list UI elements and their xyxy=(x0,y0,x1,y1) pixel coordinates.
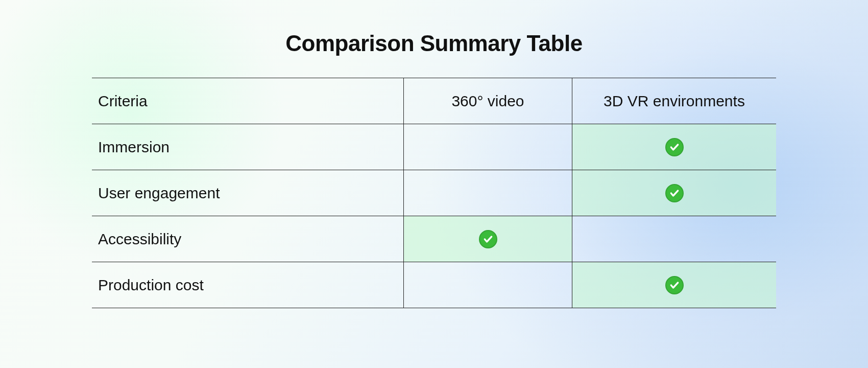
header-col1: 360° video xyxy=(403,78,572,124)
check-icon xyxy=(665,138,684,156)
table-header-row: Criteria 360° video 3D VR environments xyxy=(92,78,776,124)
check-icon xyxy=(665,276,684,294)
table-row: Immersion xyxy=(92,124,776,170)
comparison-table: Criteria 360° video 3D VR environments I… xyxy=(92,78,776,308)
check-icon xyxy=(665,184,684,202)
cell-360-video xyxy=(403,216,572,262)
cell-360-video xyxy=(403,124,572,170)
cell-3d-vr xyxy=(572,216,776,262)
check-icon xyxy=(479,230,497,248)
criteria-label: Production cost xyxy=(92,262,403,308)
criteria-label: Accessibility xyxy=(92,216,403,262)
cell-360-video xyxy=(403,170,572,216)
header-col2: 3D VR environments xyxy=(572,78,776,124)
page-title: Comparison Summary Table xyxy=(92,31,776,56)
table-row: Accessibility xyxy=(92,216,776,262)
table-row: Production cost xyxy=(92,262,776,308)
cell-3d-vr xyxy=(572,262,776,308)
criteria-label: User engagement xyxy=(92,170,403,216)
criteria-label: Immersion xyxy=(92,124,403,170)
table-row: User engagement xyxy=(92,170,776,216)
cell-360-video xyxy=(403,262,572,308)
header-criteria: Criteria xyxy=(92,78,403,124)
cell-3d-vr xyxy=(572,170,776,216)
cell-3d-vr xyxy=(572,124,776,170)
